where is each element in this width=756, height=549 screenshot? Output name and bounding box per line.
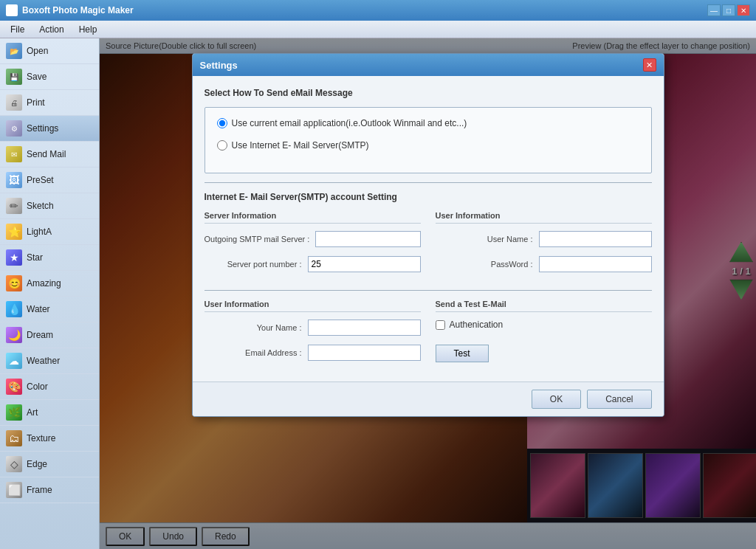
smtp-port-row: Server port number : (205, 256, 421, 272)
star-icon: ★ (6, 249, 22, 266)
radio-group-email: Use current email application(i.e.Outloo… (217, 118, 639, 151)
username-row: User Name : (436, 231, 652, 247)
password-row: PassWord : (436, 256, 652, 272)
sidebar-item-edge[interactable]: ◇ Edge (0, 452, 99, 477)
edge-icon: ◇ (6, 456, 22, 472)
password-label: PassWord : (436, 260, 539, 269)
smtp-section: Internet E- Mail Server(SMTP) account Se… (205, 192, 652, 370)
modal-overlay: Settings ✕ Select How To Send eMail Mess… (100, 38, 756, 549)
user-info-col: User Information User Name : PassWord : (436, 211, 652, 281)
email-address-label: Email Address : (205, 348, 308, 357)
sidebar-item-weather[interactable]: ☁ Weather (0, 348, 99, 374)
sidebar-item-star[interactable]: ★ Star (0, 245, 99, 271)
email-address-row: Email Address : (205, 345, 421, 361)
dialog-title-bar: Settings ✕ (193, 54, 664, 76)
dialog-ok-button[interactable]: OK (532, 390, 581, 409)
inner-divider (205, 290, 652, 291)
menu-bar: File Action Help (0, 21, 756, 38)
test-button[interactable]: Test (436, 345, 489, 362)
radio-current-app-label: Use current email application(i.e.Outloo… (232, 118, 467, 128)
sidebar-item-send-mail[interactable]: ✉ Send Mail (0, 142, 99, 168)
dialog-close-button[interactable]: ✕ (643, 58, 656, 72)
yourname-label: Your Name : (205, 323, 308, 332)
sidebar-item-texture[interactable]: 🗂 Texture (0, 426, 99, 452)
weather-icon: ☁ (6, 353, 22, 369)
settings-dialog: Settings ✕ Select How To Send eMail Mess… (192, 53, 664, 417)
smtp-server-row: Outgoing SMTP mail Server : (205, 231, 421, 247)
auth-checkbox[interactable] (436, 320, 445, 330)
username-input[interactable] (539, 231, 652, 247)
radio-smtp-label: Use Internet E- Mail Server(SMTP) (232, 140, 369, 151)
dialog-cancel-button[interactable]: Cancel (587, 390, 651, 409)
sidebar-item-preset[interactable]: 🖼 PreSet (0, 168, 99, 193)
maximize-button[interactable]: □ (722, 4, 735, 16)
radio-smtp[interactable] (217, 140, 227, 151)
minimize-button[interactable]: — (707, 4, 721, 16)
smtp-section-title: Internet E- Mail Server(SMTP) account Se… (205, 192, 652, 202)
dialog-title-text: Settings (200, 60, 238, 71)
texture-icon: 🗂 (6, 430, 22, 446)
section-divider (205, 182, 652, 183)
sidebar-item-art[interactable]: 🌿 Art (0, 400, 99, 426)
sketch-icon: ✏ (6, 198, 22, 214)
dialog-body: Select How To Send eMail Message Use cur… (193, 76, 664, 381)
menu-help[interactable]: Help (72, 23, 105, 36)
sidebar-item-color[interactable]: 🎨 Color (0, 374, 99, 400)
yourname-row: Your Name : (205, 320, 421, 336)
yourname-input[interactable] (308, 320, 421, 336)
server-info-col: Server Information Outgoing SMTP mail Se… (205, 211, 421, 281)
sidebar-item-amazing[interactable]: 😊 Amazing (0, 271, 99, 297)
preset-icon: 🖼 (6, 172, 22, 188)
water-icon: 💧 (6, 301, 22, 317)
sidebar-item-save[interactable]: 💾 Save (0, 64, 99, 90)
content-area: Source Picture(Double click to full scre… (100, 38, 756, 549)
close-button[interactable]: ✕ (737, 4, 750, 16)
sidebar-item-sketch[interactable]: ✏ Sketch (0, 193, 99, 219)
smtp-server-input[interactable] (315, 231, 420, 247)
auth-label: Authenication (450, 320, 504, 330)
settings-icon: ⚙ (6, 120, 22, 137)
radio-current-app[interactable] (217, 118, 227, 128)
art-icon: 🌿 (6, 404, 22, 421)
sidebar-item-frame[interactable]: ⬜ Frame (0, 477, 99, 503)
server-info-title: Server Information (205, 211, 421, 224)
dialog-footer: OK Cancel (193, 381, 664, 416)
window-controls: — □ ✕ (707, 4, 750, 16)
sidebar-item-water[interactable]: 💧 Water (0, 297, 99, 322)
print-icon: 🖨 (6, 94, 22, 111)
sidebar-item-settings[interactable]: ⚙ Settings (0, 116, 99, 142)
color-icon: 🎨 (6, 379, 22, 395)
test-email-title: Send a Test E-Mail (436, 300, 652, 312)
menu-file[interactable]: File (3, 23, 32, 36)
amazing-icon: 😊 (6, 275, 22, 291)
frame-icon: ⬜ (6, 482, 22, 498)
user-detail-title: User Information (205, 300, 421, 312)
mail-icon: ✉ (6, 146, 22, 162)
radio-item-current-app[interactable]: Use current email application(i.e.Outloo… (217, 118, 639, 128)
radio-item-smtp[interactable]: Use Internet E- Mail Server(SMTP) (217, 140, 639, 151)
open-icon: 📂 (6, 43, 22, 59)
sidebar-item-print[interactable]: 🖨 Print (0, 90, 99, 116)
email-section-title: Select How To Send eMail Message (205, 88, 652, 98)
menu-action[interactable]: Action (32, 23, 71, 36)
dream-icon: 🌙 (6, 327, 22, 343)
main-layout: 📂 Open 💾 Save 🖨 Print ⚙ Settings ✉ Send … (0, 38, 756, 549)
sidebar-item-open[interactable]: 📂 Open (0, 38, 99, 64)
sidebar-item-lighta[interactable]: ⭐ LightA (0, 219, 99, 245)
username-label: User Name : (436, 235, 539, 244)
lighta-icon: ⭐ (6, 224, 22, 240)
smtp-port-input[interactable] (308, 256, 421, 272)
email-method-section: Select How To Send eMail Message Use cur… (205, 88, 652, 173)
app-icon (6, 4, 18, 16)
test-email-col: Send a Test E-Mail Authenication Test (436, 300, 652, 370)
user-test-grid: User Information Your Name : Email Addre… (205, 300, 652, 370)
title-bar: Boxoft Photo Magic Maker — □ ✕ (0, 0, 756, 21)
window-title: Boxoft Photo Magic Maker (22, 5, 134, 15)
email-address-input[interactable] (308, 345, 421, 361)
smtp-server-label: Outgoing SMTP mail Server : (205, 235, 316, 244)
auth-checkbox-row: Authenication (436, 320, 652, 330)
save-icon: 💾 (6, 69, 22, 85)
sidebar: 📂 Open 💾 Save 🖨 Print ⚙ Settings ✉ Send … (0, 38, 100, 549)
password-input[interactable] (539, 256, 652, 272)
sidebar-item-dream[interactable]: 🌙 Dream (0, 322, 99, 348)
